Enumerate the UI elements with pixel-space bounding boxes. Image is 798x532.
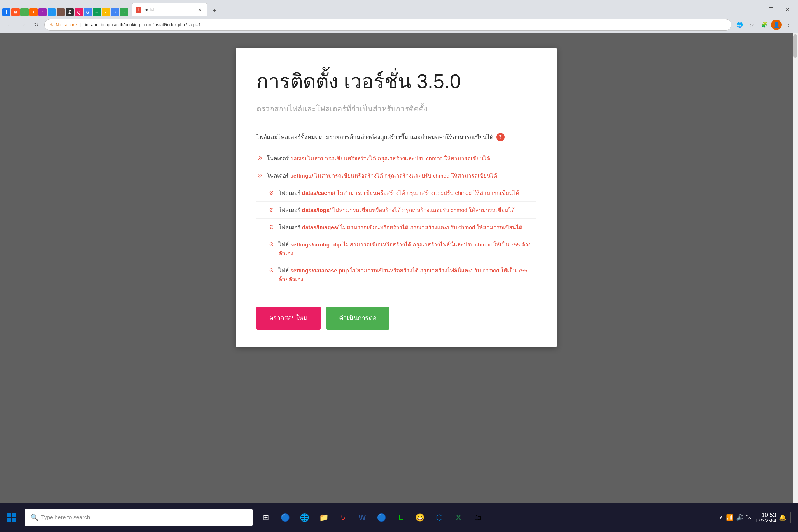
favicon-gg[interactable]: G — [111, 8, 119, 16]
error-item-2: ⊘ โฟลเดอร์ settings/ ไม่สามารถเขียนหรือส… — [256, 167, 536, 184]
extensions-icon[interactable]: 🧩 — [759, 20, 770, 30]
error-list: ⊘ โฟลเดอร์ datas/ ไม่สามารถเขียนหรือสร้า… — [256, 150, 536, 288]
start-button[interactable] — [0, 503, 23, 532]
taskbar-word[interactable]: W — [353, 503, 372, 532]
window-controls: — ❐ ✕ — [747, 3, 796, 16]
favicon-q[interactable]: Q — [75, 8, 83, 16]
new-tab-button[interactable]: + — [209, 5, 220, 16]
no-icon-1: ⊘ — [256, 155, 263, 162]
active-tab[interactable]: i install ✕ — [132, 3, 207, 16]
scrollbar-thumb[interactable] — [793, 34, 797, 58]
lock-icon: ⚠ — [49, 22, 53, 27]
error-item-6-text: ไฟล์ settings/config.php ไม่สามารถเขียนห… — [279, 240, 536, 258]
tab-close-icon[interactable]: ✕ — [196, 7, 203, 13]
svg-rect-2 — [7, 518, 12, 522]
no-icon-5: ⊘ — [268, 223, 274, 230]
page-subtitle: ตรวจสอบไฟล์และโฟลเดอร์ที่จำเป็นสำหรับการ… — [256, 103, 536, 115]
taskbar-right: ∧ 📶 🔊 ไท 10:53 17/3/2564 🔔 — [719, 512, 798, 524]
address-separator: | — [80, 22, 82, 27]
favicon-plus[interactable]: + — [93, 8, 101, 16]
taskbar-task-view[interactable]: ⊞ — [256, 503, 276, 532]
clock[interactable]: 10:53 17/3/2564 — [755, 512, 776, 524]
favicon-fb[interactable]: f — [2, 8, 11, 16]
taskbar-icons: ⊞ 🔵 🌐 📁 5 W 🔵 L 😀 — [254, 503, 489, 532]
favicon-z[interactable]: Z — [65, 8, 74, 16]
taskbar-edge[interactable]: 🌐 — [295, 503, 314, 532]
recheck-button[interactable]: ตรวจสอบใหม่ — [256, 306, 321, 329]
taskbar-chrome[interactable]: 🔵 — [372, 503, 391, 532]
error-item-4: ⊘ โฟลเดอร์ datas/logs/ ไม่สามารถเขียนหรื… — [256, 202, 536, 219]
favicon-dl2[interactable]: ↓ — [48, 8, 56, 16]
chevron-up-icon[interactable]: ∧ — [719, 514, 723, 520]
taskbar-files[interactable]: 🗂 — [469, 503, 487, 532]
notification-icon[interactable]: 🔔 — [779, 514, 786, 521]
favicon-dl3[interactable]: ↓ — [57, 8, 65, 16]
forward-button[interactable]: → — [18, 20, 28, 30]
address-input[interactable]: ⚠ Not secure | intranet.bcnph.ac.th/book… — [44, 19, 732, 31]
translate-icon[interactable]: 🌐 — [735, 20, 745, 30]
back-button[interactable]: ← — [4, 20, 15, 30]
reload-button[interactable]: ↻ — [31, 20, 41, 30]
scrollbar[interactable] — [793, 33, 798, 503]
error-item-7: ⊘ ไฟล์ settings/database.php ไม่สามารถเข… — [256, 262, 536, 288]
clock-time: 10:53 — [755, 512, 776, 518]
no-icon-2: ⊘ — [256, 172, 263, 179]
favicon-green-g[interactable]: G — [120, 8, 128, 16]
favicon-bookmark[interactable]: ☆ — [38, 8, 47, 16]
menu-icon[interactable]: ⋮ — [783, 20, 794, 30]
not-secure-text: Not secure — [56, 22, 77, 27]
error-item-1: ⊘ โฟลเดอร์ datas/ ไม่สามารถเขียนหรือสร้า… — [256, 150, 536, 167]
taskbar-line[interactable]: L — [392, 503, 410, 532]
profile-icon[interactable]: 👤 — [771, 20, 782, 30]
error-item-5: ⊘ โฟลเดอร์ datas/images/ ไม่สามารถเขียนห… — [256, 219, 536, 236]
taskbar-mail[interactable]: 5 — [334, 503, 352, 532]
taskbar-explorer[interactable]: 📁 — [315, 503, 333, 532]
bookmark-star-icon[interactable]: ☆ — [747, 20, 757, 30]
taskbar-search[interactable]: 🔍 Type here to search — [25, 509, 252, 526]
favicon-g[interactable]: G — [84, 8, 92, 16]
restore-button[interactable]: ❐ — [763, 3, 779, 16]
volume-icon[interactable]: 🔊 — [736, 514, 743, 521]
windows-logo-icon — [6, 512, 17, 522]
tab-favicon: i — [136, 7, 141, 13]
taskbar-cortana[interactable]: 🔵 — [276, 503, 294, 532]
network-icon[interactable]: 📶 — [726, 514, 733, 521]
show-desktop[interactable] — [791, 512, 793, 523]
browser-content: การติดตั้ง เวอร์ชั่น 3.5.0 ตรวจสอบไฟล์แล… — [0, 33, 793, 503]
no-icon-4: ⊘ — [268, 206, 274, 213]
intro-text: ไฟล์และโฟลเดอร์ทั้งหมดตามรายการด้านล่างต… — [256, 132, 494, 142]
svg-rect-0 — [7, 513, 12, 517]
page-title: การติดตั้ง เวอร์ชั่น 3.5.0 — [256, 65, 536, 97]
no-icon-6: ⊘ — [268, 241, 274, 248]
minimize-button[interactable]: — — [747, 3, 763, 16]
button-row: ตรวจสอบใหม่ ดำเนินการต่อ — [256, 306, 536, 329]
error-item-3-text: โฟลเดอร์ datas/cache/ ไม่สามารถเขียนหรือ… — [279, 188, 519, 197]
error-item-2-text: โฟลเดอร์ settings/ ไม่สามารถเขียนหรือสร้… — [267, 171, 497, 180]
no-icon-7: ⊘ — [268, 267, 274, 273]
tab-bar: f ⊞ ↓ r ☆ ↓ ↓ Z Q G + ▲ G G i install ✕ … — [0, 0, 798, 16]
favicon-grid[interactable]: ⊞ — [12, 8, 20, 16]
svg-rect-3 — [12, 518, 16, 522]
divider — [256, 123, 536, 123]
svg-rect-1 — [12, 513, 16, 517]
error-item-4-text: โฟลเดอร์ datas/logs/ ไม่สามารถเขียนหรือส… — [279, 206, 515, 214]
search-placeholder: Type here to search — [41, 514, 90, 520]
favicon-r[interactable]: r — [30, 8, 38, 16]
favicon-dl[interactable]: ↓ — [20, 8, 28, 16]
right-toolbar: 🌐 ☆ 🧩 👤 ⋮ — [735, 20, 794, 30]
lang-indicator[interactable]: ไท — [746, 513, 753, 522]
taskbar: 🔍 Type here to search ⊞ 🔵 🌐 📁 5 W — [0, 503, 798, 532]
continue-button[interactable]: ดำเนินการต่อ — [326, 306, 390, 329]
error-item-5-text: โฟลเดอร์ datas/images/ ไม่สามารถเขียนหรื… — [279, 223, 522, 232]
no-icon-3: ⊘ — [268, 189, 274, 196]
taskbar-discord[interactable]: 😀 — [411, 503, 429, 532]
close-button[interactable]: ✕ — [779, 3, 796, 16]
tab-title: install — [144, 7, 155, 13]
error-item-7-text: ไฟล์ settings/database.php ไม่สามารถเขีย… — [279, 266, 536, 284]
error-item-1-text: โฟลเดอร์ datas/ ไม่สามารถเขียนหรือสร้างไ… — [267, 154, 490, 163]
taskbar-excel[interactable]: X — [449, 503, 468, 532]
taskbar-vscode[interactable]: ⬡ — [430, 503, 449, 532]
error-item-6: ⊘ ไฟล์ settings/config.php ไม่สามารถเขีย… — [256, 236, 536, 262]
error-item-3: ⊘ โฟลเดอร์ datas/cache/ ไม่สามารถเขียนหร… — [256, 184, 536, 202]
favicon-gd[interactable]: ▲ — [102, 8, 110, 16]
